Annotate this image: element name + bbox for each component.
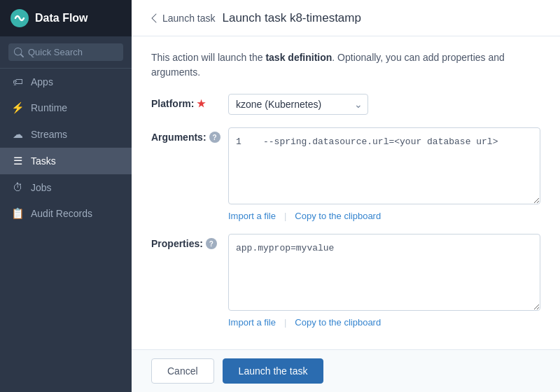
sidebar-item-label-streams: Streams <box>31 129 67 140</box>
arguments-row: Arguments: ? Import a file | Copy to the… <box>151 127 540 221</box>
quick-search-box[interactable]: Quick Search <box>8 43 123 61</box>
sidebar-item-apps[interactable]: 🏷 Apps <box>0 69 132 94</box>
properties-links: Import a file | Copy to the clipboard <box>228 317 540 328</box>
link-divider-1: | <box>284 211 286 221</box>
sidebar-item-runtime[interactable]: ⚡ Runtime <box>0 94 132 121</box>
arguments-textarea[interactable] <box>228 127 540 204</box>
platform-select-wrapper: kzone (Kubernetes) default (local) custo… <box>228 94 368 115</box>
footer: Cancel Launch the task <box>132 349 560 392</box>
main-content: Launch task Launch task k8-timestamp Thi… <box>132 0 560 392</box>
app-header: Data Flow <box>0 0 132 36</box>
tasks-icon: ☰ <box>11 155 24 167</box>
sidebar-item-streams[interactable]: ☁ Streams <box>0 121 132 148</box>
search-container[interactable]: Quick Search <box>0 36 132 69</box>
app-logo-icon <box>10 8 29 28</box>
properties-label: Properties: ? <box>151 234 228 249</box>
nav-items: 🏷 Apps ⚡ Runtime ☁ Streams ☰ Tasks ⏱ Job… <box>0 69 132 392</box>
launch-task-button[interactable]: Launch the task <box>223 358 324 384</box>
platform-label: Platform: ★ <box>151 94 228 109</box>
import-file-btn-properties[interactable]: Import a file <box>228 317 276 328</box>
arguments-links: Import a file | Copy to the clipboard <box>228 211 540 221</box>
platform-select[interactable]: kzone (Kubernetes) default (local) custo… <box>228 94 368 115</box>
apps-icon: 🏷 <box>11 76 24 88</box>
search-placeholder: Quick Search <box>28 47 83 57</box>
platform-row: Platform: ★ kzone (Kubernetes) default (… <box>151 94 540 115</box>
app-title: Data Flow <box>35 12 88 24</box>
required-indicator: ★ <box>197 98 206 109</box>
platform-control: kzone (Kubernetes) default (local) custo… <box>228 94 540 115</box>
copy-clipboard-btn-properties[interactable]: Copy to the clipboard <box>295 317 381 328</box>
sidebar-item-label-jobs: Jobs <box>31 182 52 193</box>
sidebar-item-tasks[interactable]: ☰ Tasks <box>0 148 132 174</box>
runtime-icon: ⚡ <box>11 102 24 114</box>
content-area: This action will launch the task definit… <box>132 36 560 349</box>
back-button[interactable]: Launch task <box>148 13 216 24</box>
description-bold: task definition <box>265 52 332 63</box>
page-header: Launch task Launch task k8-timestamp <box>132 0 560 36</box>
sidebar-item-jobs[interactable]: ⏱ Jobs <box>0 174 132 200</box>
search-icon <box>14 48 24 57</box>
sidebar: Data Flow Quick Search 🏷 Apps ⚡ Runtime … <box>0 0 132 392</box>
arguments-control: Import a file | Copy to the clipboard <box>228 127 540 221</box>
copy-clipboard-btn-arguments[interactable]: Copy to the clipboard <box>295 211 381 221</box>
page-title: Launch task k8-timestamp <box>223 11 361 25</box>
properties-control: Import a file | Copy to the clipboard <box>228 234 540 328</box>
properties-help-icon[interactable]: ? <box>206 238 217 249</box>
import-file-btn-arguments[interactable]: Import a file <box>228 211 276 221</box>
sidebar-item-label-runtime: Runtime <box>31 102 67 113</box>
cancel-button[interactable]: Cancel <box>151 358 214 384</box>
properties-row: Properties: ? Import a file | Copy to th… <box>151 234 540 328</box>
sidebar-item-label-audit: Audit Records <box>31 208 92 219</box>
sidebar-item-label-apps: Apps <box>31 76 53 88</box>
page-description: This action will launch the task definit… <box>151 50 540 80</box>
streams-icon: ☁ <box>11 128 24 141</box>
sidebar-item-label-tasks: Tasks <box>31 155 56 167</box>
jobs-icon: ⏱ <box>11 181 24 193</box>
link-divider-2: | <box>284 317 286 328</box>
sidebar-item-audit-records[interactable]: 📋 Audit Records <box>0 200 132 227</box>
arguments-label: Arguments: ? <box>151 127 228 143</box>
task-name: k8-timestamp <box>290 11 361 24</box>
audit-records-icon: 📋 <box>11 207 24 220</box>
properties-textarea[interactable] <box>228 234 540 311</box>
back-label: Launch task <box>162 13 216 24</box>
back-arrow-icon <box>148 13 160 24</box>
arguments-help-icon[interactable]: ? <box>209 132 220 143</box>
